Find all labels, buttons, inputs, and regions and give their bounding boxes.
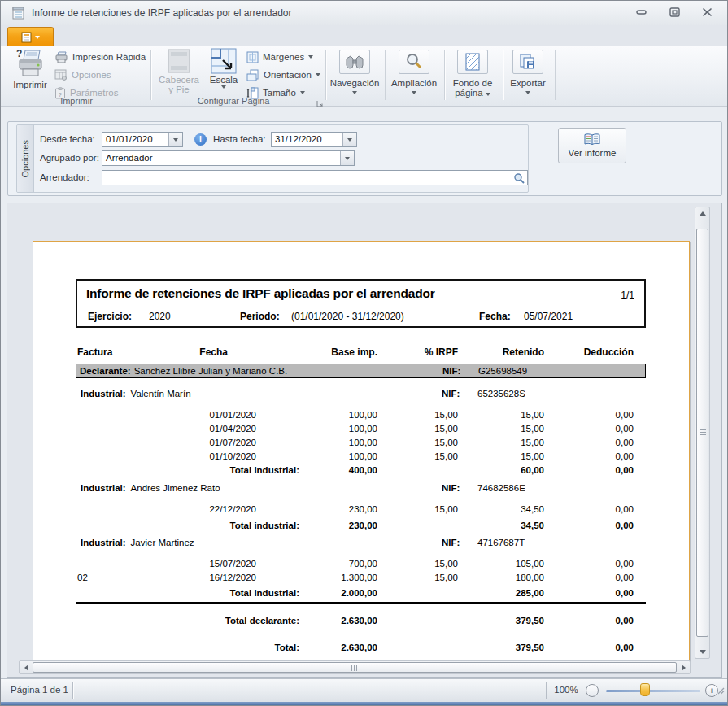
dialog-launcher-icon[interactable] (316, 96, 324, 111)
agrupado-por-combo[interactable]: Arrendador (102, 150, 355, 166)
scroll-right-button[interactable] (678, 661, 689, 673)
total-retenido: 285,00 (458, 588, 544, 598)
total-retenido: 60,00 (458, 465, 544, 475)
navegacion-button[interactable]: Navegación (326, 50, 383, 94)
resize-grip[interactable] (717, 686, 725, 696)
escala-button[interactable]: Escala (205, 48, 242, 89)
opciones-label: Opciones (72, 70, 111, 80)
table-row: 01/07/2020 100,00 15,00 15,00 0,00 (76, 435, 646, 449)
industrial-header: Industrial: Javier Martinez NIF: 4716768… (76, 536, 646, 549)
desde-fecha-dropdown-button[interactable] (168, 133, 182, 146)
total-declarante-label: Total declarante: (119, 616, 299, 625)
total-declarante-row: Total declarante: 2.630,00 379,50 0,00 (76, 613, 646, 627)
report-page-indicator: 1/1 (621, 290, 634, 301)
imprimir-button[interactable]: ? Imprimir (7, 48, 53, 89)
total-industrial-label: Total industrial: (119, 521, 299, 530)
agrupado-por-dropdown-button[interactable] (340, 151, 354, 165)
cell-deduccion: 0,00 (544, 504, 634, 514)
vertical-scrollbar[interactable] (695, 207, 710, 659)
industrial-label: Industrial: (76, 389, 126, 399)
chevron-down-icon (347, 138, 352, 142)
cell-deduccion: 0,00 (544, 410, 634, 420)
zoom-slider-thumb[interactable] (640, 683, 650, 696)
ampliacion-button[interactable]: Ampliación (386, 50, 442, 94)
cell-irpf: 15,00 (377, 424, 458, 434)
orientacion-button[interactable]: Orientación (246, 67, 320, 83)
invoice-rows: 22/12/2020 230,00 15,00 34,50 0,00 (76, 502, 646, 516)
cell-fecha: 01/04/2020 (124, 424, 256, 434)
configurar-group-label: Configurar Página (152, 96, 315, 106)
report-page: Informe de retenciones de IRPF aplicadas… (33, 241, 690, 660)
scroll-left-button[interactable] (21, 661, 32, 673)
impresion-rapida-button[interactable]: Impresión Rápida (54, 49, 146, 65)
col-base: Base imp. (256, 346, 377, 358)
horizontal-scrollbar-thumb[interactable] (33, 662, 677, 673)
cell-irpf: 15,00 (377, 559, 458, 569)
zoom-out-button[interactable] (586, 684, 599, 697)
ejercicio-value: 2020 (149, 311, 171, 322)
hasta-fecha-dropdown-button[interactable] (342, 133, 356, 146)
hasta-fecha-label: Hasta fecha: (213, 134, 266, 144)
margenes-label: Márgenes (263, 52, 304, 62)
cell-deduccion: 0,00 (544, 573, 634, 582)
declarante-name: Sanchez Llibre Julian y Mariano C.B. (131, 366, 288, 376)
chevron-down-icon (525, 91, 530, 94)
cell-fecha: 01/01/2020 (124, 410, 256, 420)
total-retenido: 379,50 (458, 616, 544, 625)
chevron-down-icon (173, 138, 178, 142)
impresion-rapida-label: Impresión Rápida (72, 52, 146, 62)
cell-irpf: 15,00 (377, 451, 458, 461)
document-menu-icon (21, 32, 32, 43)
cell-deduccion: 0,00 (544, 451, 634, 461)
group-separator (150, 50, 151, 100)
opciones-side-tab[interactable]: Opciones (17, 125, 34, 192)
chevron-down-icon (345, 157, 350, 160)
zoom-in-button[interactable] (705, 684, 718, 697)
zoom-slider-track[interactable] (606, 690, 700, 692)
chevron-down-icon (316, 73, 320, 76)
cell-factura: 02 (76, 573, 124, 582)
total-industrial-label: Total industrial: (119, 465, 299, 475)
search-icon (513, 172, 525, 184)
arrendador-input[interactable] (102, 171, 511, 185)
col-factura: Factura (76, 346, 124, 358)
restore-button[interactable] (667, 7, 682, 18)
printer-icon: ? (15, 48, 45, 79)
desde-fecha-combo[interactable]: 01/01/2020 (102, 132, 183, 147)
close-button[interactable] (700, 7, 714, 18)
scroll-up-button[interactable] (695, 207, 709, 220)
declarante-nif: G25698549 (478, 366, 527, 376)
col-irpf: % IRPF (377, 346, 458, 358)
fondo-pagina-button[interactable]: Fondo de página (444, 50, 501, 98)
export-icon (512, 50, 543, 74)
minimize-button[interactable] (634, 7, 649, 18)
ver-informe-button[interactable]: Ver informe (558, 128, 626, 163)
hasta-fecha-combo[interactable]: 31/12/2020 (271, 132, 357, 147)
cabecera-pie-button[interactable]: Cabecera y Pie (155, 48, 203, 94)
file-menu-button[interactable] (7, 27, 54, 46)
cell-irpf: 15,00 (377, 504, 458, 514)
section-divider (76, 602, 646, 604)
cabecera-pie-label: Cabecera y Pie (155, 75, 203, 94)
hasta-fecha-value: 31/12/2020 (272, 133, 342, 146)
table-row: 01/04/2020 100,00 15,00 15,00 0,00 (76, 421, 646, 435)
ver-informe-label: Ver informe (569, 148, 617, 158)
cell-base: 100,00 (256, 451, 377, 461)
vertical-scrollbar-thumb[interactable] (696, 229, 708, 637)
table-row: 15/07/2020 700,00 15,00 105,00 0,00 (76, 556, 646, 570)
ejercicio-label: Ejercicio: (88, 311, 132, 322)
cell-fecha: 01/10/2020 (124, 451, 256, 461)
title-bar: Informe de retenciones de IRPF aplicadas… (1, 1, 727, 25)
scroll-down-button[interactable] (695, 646, 709, 658)
search-button[interactable] (511, 171, 527, 185)
horizontal-scrollbar[interactable] (19, 660, 691, 674)
report-preview-area: Informe de retenciones de IRPF aplicadas… (7, 203, 722, 678)
industrial-nif: 47167687T (477, 538, 525, 547)
desde-fecha-value: 01/01/2020 (102, 133, 168, 146)
cell-retenido: 105,00 (458, 559, 544, 569)
opciones-button[interactable]: Opciones (54, 67, 111, 83)
margenes-button[interactable]: Márgenes (246, 49, 313, 65)
industrial-name: Javier Martinez (126, 538, 194, 547)
arrendador-label: Arrendador: (40, 172, 89, 182)
exportar-button[interactable]: Exportar (499, 50, 556, 94)
